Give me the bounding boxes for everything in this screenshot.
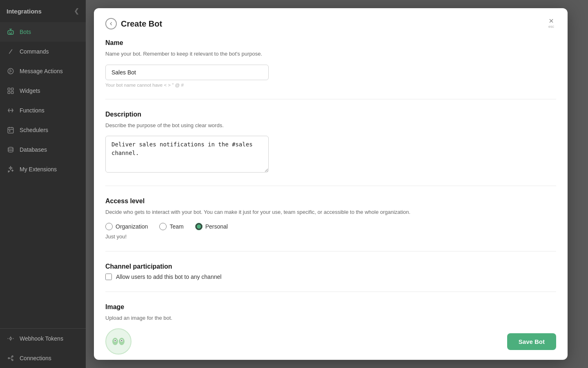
svg-rect-6: [11, 88, 13, 90]
image-section-desc: Upload an image for the bot.: [105, 314, 556, 322]
sidebar-item-label: Webhook Tokens: [20, 335, 63, 342]
divider-4: [105, 292, 556, 292]
channel-participation-section: Channel participation Allow users to add…: [105, 263, 556, 280]
channel-participation-label: Allow users to add this bot to any chann…: [116, 274, 221, 280]
database-icon: [7, 146, 15, 154]
sidebar-item-bots[interactable]: Bots: [0, 22, 86, 42]
name-input-hint: Your bot name cannot have < > " @ #: [105, 83, 556, 88]
radio-team-input[interactable]: [159, 223, 167, 230]
save-btn-container: Save Bot: [507, 333, 556, 350]
sidebar-item-functions[interactable]: Functions: [0, 101, 86, 120]
name-section-title: Name: [105, 39, 556, 47]
description-section: Description Describe the purpose of the …: [105, 111, 556, 175]
channel-participation-checkbox[interactable]: [105, 274, 112, 280]
svg-rect-8: [11, 92, 13, 94]
function-icon: [7, 106, 15, 114]
bot-description-textarea[interactable]: Deliver sales notifications in the #sale…: [105, 136, 269, 173]
bot-avatar[interactable]: [105, 328, 131, 355]
sidebar-item-label: Bots: [20, 29, 31, 35]
divider-3: [105, 251, 556, 251]
back-button[interactable]: [105, 18, 117, 29]
message-icon: [7, 67, 15, 75]
extension-icon: [7, 165, 15, 173]
slash-icon: [7, 47, 15, 56]
name-section: Name Name your bot. Remember to keep it …: [105, 39, 556, 88]
divider-1: [105, 99, 556, 99]
name-section-desc: Name your bot. Remember to keep it relev…: [105, 50, 556, 58]
sidebar-item-label: Schedulers: [20, 127, 48, 133]
sidebar-item-databases[interactable]: Databases: [0, 140, 86, 159]
svg-point-14: [12, 359, 13, 361]
save-bot-button[interactable]: Save Bot: [507, 333, 556, 350]
panel-body: Name Name your bot. Remember to keep it …: [94, 29, 568, 360]
radio-personal-label: Personal: [205, 223, 228, 230]
sidebar-item-label: Connections: [20, 355, 51, 361]
svg-point-20: [121, 340, 122, 341]
sidebar-title: Integrations: [7, 8, 42, 15]
image-section: Image Upload an image for the bot.: [105, 303, 556, 355]
channel-participation-title: Channel participation: [105, 263, 556, 270]
radio-team-label: Team: [169, 223, 183, 230]
sidebar-item-webhook-tokens[interactable]: Webhook Tokens: [0, 329, 86, 348]
sidebar-item-schedulers[interactable]: Schedulers: [0, 120, 86, 140]
divider-2: [105, 186, 556, 186]
svg-rect-5: [8, 88, 10, 90]
radio-personal[interactable]: Personal: [195, 223, 228, 230]
sidebar-item-commands[interactable]: Commands: [0, 42, 86, 61]
scheduler-icon: [7, 126, 15, 134]
sidebar-item-widgets[interactable]: Widgets: [0, 81, 86, 101]
sidebar-header: Integrations ❮: [0, 0, 86, 22]
svg-point-2: [11, 32, 12, 33]
sidebar-item-connections[interactable]: Connections: [0, 348, 86, 368]
access-level-title: Access level: [105, 197, 556, 205]
sidebar-toggle-icon[interactable]: ❮: [74, 7, 79, 15]
sidebar-item-label: Commands: [20, 48, 49, 55]
webhook-icon: [7, 334, 15, 343]
svg-point-11: [10, 338, 12, 340]
radio-organization[interactable]: Organization: [105, 223, 148, 230]
radio-organization-label: Organization: [116, 223, 148, 230]
svg-rect-7: [8, 92, 10, 94]
svg-point-19: [115, 340, 116, 341]
panel-header: Create Bot: [94, 8, 568, 29]
svg-point-13: [12, 356, 13, 357]
image-section-title: Image: [105, 303, 556, 311]
sidebar-item-message-actions[interactable]: Message Actions: [0, 61, 86, 81]
sidebar-item-label: My Extensions: [20, 166, 57, 173]
sidebar-item-label: Widgets: [20, 88, 40, 94]
radio-organization-input[interactable]: [105, 223, 113, 230]
sidebar-item-label: Functions: [20, 107, 45, 114]
grid-icon: [7, 87, 15, 95]
radio-team[interactable]: Team: [159, 223, 183, 230]
access-level-section: Access level Decide who gets to interact…: [105, 197, 556, 240]
access-level-note: Just you!: [105, 233, 556, 240]
svg-point-1: [9, 32, 10, 33]
bot-icon: [7, 28, 15, 36]
sidebar-item-label: Databases: [20, 146, 47, 153]
access-level-desc: Decide who gets to interact with your bo…: [105, 208, 556, 216]
connections-icon: [7, 354, 15, 362]
create-bot-panel: Create Bot esc Name Name your bot. Remem…: [94, 8, 568, 360]
radio-personal-input[interactable]: [195, 223, 203, 230]
access-level-radio-group: Organization Team Personal: [105, 223, 556, 230]
svg-line-3: [9, 49, 12, 54]
panel-title: Create Bot: [121, 19, 162, 29]
description-section-desc: Describe the purpose of the bot using cl…: [105, 121, 556, 130]
esc-label: esc: [548, 25, 554, 29]
bot-name-input[interactable]: [105, 65, 269, 80]
sidebar-item-label: Message Actions: [20, 68, 63, 74]
svg-rect-9: [8, 128, 13, 133]
channel-participation-checkbox-label[interactable]: Allow users to add this bot to any chann…: [105, 274, 556, 280]
close-button[interactable]: esc: [545, 16, 558, 29]
sidebar-item-my-extensions[interactable]: My Extensions: [0, 159, 86, 179]
main-content: Create Bot esc Name Name your bot. Remem…: [86, 0, 588, 368]
sidebar: Integrations ❮ Bots: [0, 0, 86, 368]
svg-point-12: [8, 358, 9, 359]
svg-point-10: [8, 147, 13, 149]
description-section-title: Description: [105, 111, 556, 118]
sidebar-bottom: Webhook Tokens Connections: [0, 328, 86, 368]
